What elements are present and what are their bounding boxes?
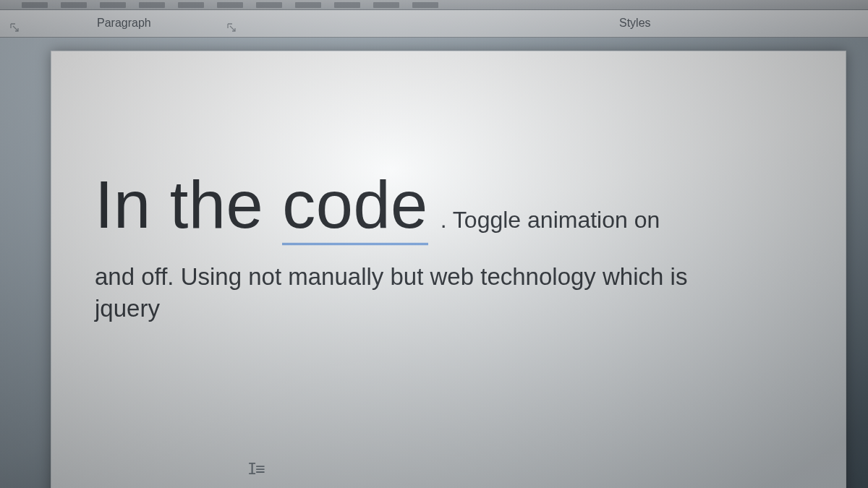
text-cursor-indicator-icon: I≡ — [247, 460, 264, 478]
paragraph-dialog-launcher[interactable] — [226, 22, 237, 33]
ribbon-group-styles-label: Styles — [619, 17, 651, 30]
heading-text-suffix: . Toggle animation on — [434, 207, 660, 233]
dialog-launcher-icon — [10, 23, 19, 32]
document-area: In the code . Toggle animation on and of… — [0, 38, 868, 488]
heading-text-prefix: In the — [95, 168, 282, 241]
document-page[interactable]: In the code . Toggle animation on and of… — [51, 51, 846, 488]
ribbon-toolbar-cropped — [0, 0, 868, 10]
body-line-2: and off. Using not manually but web tech… — [95, 263, 802, 291]
document-heading-line: In the code . Toggle animation on — [95, 167, 802, 243]
body-line-3: jquery — [95, 295, 802, 322]
ribbon-group-labels-row: Paragraph Styles — [0, 10, 868, 38]
font-dialog-launcher[interactable] — [9, 22, 20, 33]
dialog-launcher-icon — [227, 23, 236, 32]
heading-text-underlined: code — [282, 168, 428, 245]
ribbon-group-paragraph-label: Paragraph — [97, 17, 151, 30]
